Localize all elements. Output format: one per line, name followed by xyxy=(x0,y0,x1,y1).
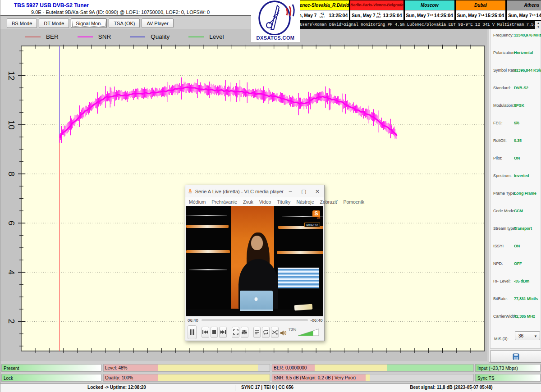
menu-m-dium[interactable]: Médium xyxy=(189,199,206,205)
save-icon xyxy=(513,353,519,360)
param-row-carrierwidth-: CarrierWidth:42,385 MHz xyxy=(491,314,541,320)
param-value: 31396,844 KS/s xyxy=(514,68,541,73)
pause-button[interactable] xyxy=(188,325,197,339)
volume-percent: 73% xyxy=(289,327,296,332)
legend-swatch xyxy=(188,36,204,37)
status-row-1: PresentLevel: 48%BER: 0,0000000Input (~2… xyxy=(0,364,541,374)
param-row-fec-: FEC:5/6 xyxy=(491,121,541,127)
param-row-stream-type-: Stream type:Transport xyxy=(491,226,541,232)
param-row-bitrate-: BitRate:77,831 Mbit/s xyxy=(491,296,541,303)
volume-control[interactable]: 73% xyxy=(280,328,324,336)
clock-time: 13:25:04 xyxy=(383,13,402,18)
previous-button[interactable] xyxy=(202,327,209,338)
progress-bar-ber: BER: 0,0000000 xyxy=(272,364,474,372)
offset-value: +3 xyxy=(430,14,433,17)
menu-n-stroje[interactable]: Nástroje xyxy=(296,199,314,205)
param-row-frequency-: Frequency:12340,976 MHz xyxy=(491,33,541,39)
param-value: 5/6 xyxy=(514,121,519,125)
terminal-line[interactable]: C:\Users\Roman Dávid>Signal monitoring_P… xyxy=(291,21,541,29)
tab-tsa-ok-[interactable]: TSA (OK) xyxy=(109,18,140,28)
close-button[interactable]: ✕ xyxy=(311,185,324,197)
legend-swatch xyxy=(25,36,41,37)
vlc-menubar: MédiumPrehrávanieZvukVideoTitulkyNástroj… xyxy=(185,197,324,206)
param-value: DVB-S2 xyxy=(514,86,528,90)
terminal-scrollbar[interactable]: ▲▼ xyxy=(535,21,541,29)
param-row-rf-level-: RF Level:-35 dBm xyxy=(491,279,541,285)
param-value: 42,385 MHz xyxy=(514,314,535,319)
legend-swatch xyxy=(130,36,145,37)
dxsatcs-logo: DXSATCS.COM xyxy=(251,0,300,42)
clock-time: 14:25:04 xyxy=(536,13,541,18)
param-row-pilot-: Pilot:ON xyxy=(491,156,541,162)
snapshot-button[interactable] xyxy=(490,350,541,363)
dst-flag: DST xyxy=(320,15,325,18)
maximize-button[interactable]: ▢ xyxy=(297,185,311,197)
logo-caption: DXSATCS.COM xyxy=(251,35,300,41)
app-window: TBS 5927 USB DVB-S2 Tuner 9.0E - Eutelsa… xyxy=(0,0,541,392)
menu-pomocn-k[interactable]: Pomocník xyxy=(343,199,364,205)
clock-city-label: Athens xyxy=(506,0,541,10)
tab-signal-mon-[interactable]: Signal Mon. xyxy=(71,18,107,28)
menu-video[interactable]: Video xyxy=(259,199,271,205)
shuffle-button[interactable] xyxy=(271,327,279,338)
tab-bs-mode[interactable]: BS Mode xyxy=(7,18,37,28)
best-signal-status: Best signal: 11,8 dB (2023-05-07 05:48) xyxy=(410,384,492,391)
loop-button[interactable] xyxy=(262,327,270,338)
diretta-badge: DIRETTA xyxy=(304,223,320,227)
param-row-standard-: Standard:DVB-S2 xyxy=(491,86,541,92)
tab-bar: BS ModeDT ModeSignal Mon.TSA (OK)AV Play… xyxy=(7,18,174,28)
minimize-button[interactable]: – xyxy=(284,185,297,197)
mis-select[interactable]: 36▼ xyxy=(515,331,540,340)
fullscreen-button[interactable] xyxy=(232,327,239,338)
studio-shelf xyxy=(189,269,227,270)
vlc-titlebar[interactable]: Serie A Live (diretta) - VLC media playe… xyxy=(185,185,324,197)
clock-time: 15:25:04 xyxy=(485,13,504,18)
menu-prehr-vanie[interactable]: Prehrávanie xyxy=(211,199,237,205)
tab-dt-mode[interactable]: DT Mode xyxy=(39,18,69,28)
app-title: TBS 5927 USB DVB-S2 Tuner xyxy=(14,2,89,9)
scroll-down-icon[interactable]: ▼ xyxy=(537,25,540,29)
param-row-code-mode-: Code Mode:CCM xyxy=(491,209,541,215)
channel-logo-sub: HD xyxy=(302,217,320,219)
legend-item-ber: BER xyxy=(25,33,59,40)
stop-button[interactable] xyxy=(211,327,218,338)
studio-shelf xyxy=(186,225,229,228)
clock-time: 13:25:04 xyxy=(329,13,348,18)
menu-titulky[interactable]: Titulky xyxy=(277,199,290,205)
offset-value: +4 xyxy=(481,14,484,17)
param-value: CCM xyxy=(514,209,523,213)
clock-date: Sun, May 7 xyxy=(457,13,481,18)
param-label: Pilot: xyxy=(493,156,502,160)
volume-slider[interactable] xyxy=(298,328,320,336)
param-label: Spectrum: xyxy=(493,173,512,178)
next-button[interactable] xyxy=(219,327,227,338)
clock-time-row: Sun, May 7+314:25:04 xyxy=(404,10,455,21)
presenter-face xyxy=(251,236,263,250)
seek-bar[interactable] xyxy=(202,319,308,321)
menu-zobrazi-[interactable]: Zobraziť xyxy=(320,199,337,205)
clock-time-row: Sun, May 7+415:25:04 xyxy=(455,10,506,21)
studio-shelf xyxy=(186,250,230,253)
mis-row: MIS (3):36▼ xyxy=(494,334,541,342)
sync-status: SYNC 17 | TEI 0 | CC 656 xyxy=(241,384,293,391)
y-axis-label: 4 xyxy=(6,270,16,275)
param-value: -35 dBm xyxy=(514,279,529,283)
param-label: Polarization: xyxy=(493,50,516,55)
speaker-icon xyxy=(280,330,287,336)
parameter-panel: Frequency:12340,976 MHzPolarization:Hori… xyxy=(490,27,541,349)
clock-date: Sun, May 7 xyxy=(352,13,375,18)
param-label: BitRate: xyxy=(493,296,508,301)
scroll-up-icon[interactable]: ▲ xyxy=(537,21,540,25)
mis-selected-value: 36 xyxy=(518,333,523,338)
apple-logo xyxy=(255,297,258,301)
param-row-modulation-: Modulation:8PSK xyxy=(491,103,541,109)
dst-flag: DST xyxy=(376,15,381,18)
tab-av-player[interactable]: AV Player xyxy=(142,18,173,28)
vlc-video-area[interactable]: S HD DIRETTA xyxy=(186,206,323,316)
vlc-window[interactable]: Serie A Live (diretta) - VLC media playe… xyxy=(185,185,325,341)
playlist-button[interactable] xyxy=(253,327,261,338)
channel-logo: S HD DIRETTA xyxy=(302,209,320,228)
menu-zvuk[interactable]: Zvuk xyxy=(243,199,253,205)
window-controls: – ▢ ✕ xyxy=(284,185,324,197)
extended-settings-button[interactable] xyxy=(241,327,248,338)
